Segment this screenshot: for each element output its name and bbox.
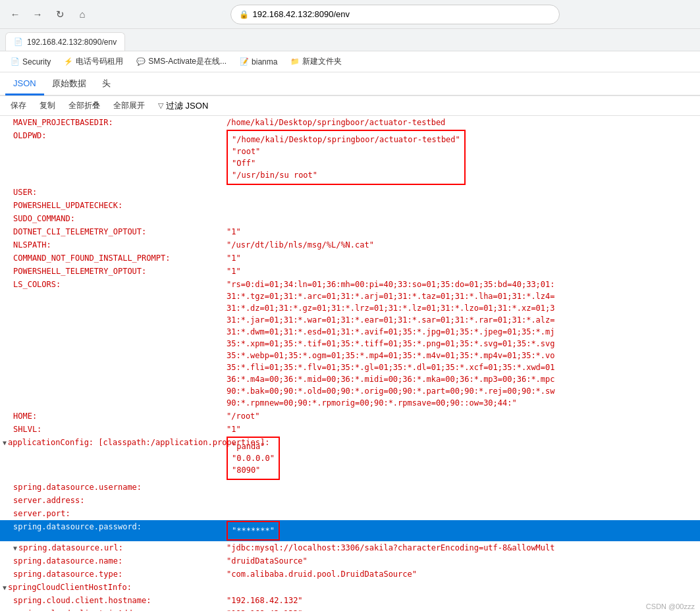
val-cell: "1" <box>224 252 700 265</box>
browser-toolbar: ← → ↻ ⌂ 🔒 192.168.42.132:8090/env <box>0 0 700 29</box>
key-cell: ▼springCloudClientHostInfo: <box>0 581 224 594</box>
filter-area: ▽ 过滤 JSON <box>158 100 208 112</box>
bookmarks-bar: 📄 Security ⚡ 电话号码租用 💬 SMS-Activate是在线...… <box>0 51 700 72</box>
val-cell <box>224 212 700 225</box>
highlighted-value-item: "/home/kali/Desktop/springboor/actuator-… <box>232 134 460 146</box>
collapse-triangle[interactable]: ▼ <box>3 584 7 591</box>
key-cell: NLSPATH: <box>0 238 224 252</box>
bookmark-icon: ⚡ <box>64 57 73 66</box>
val-cell: "/home/kali/Desktop/springboor/actuator-… <box>224 129 700 186</box>
val-cell: "druidDataSource" <box>224 554 700 568</box>
highlighted-value-block-2: "panda""0.0.0.0""8090" <box>227 437 280 480</box>
tab-favicon: 📄 <box>14 38 23 46</box>
folder-icon: 📁 <box>290 57 300 66</box>
home-button[interactable]: ⌂ <box>74 6 91 23</box>
highlighted-value-item: "panda" <box>232 440 275 452</box>
key-cell: spring.datasource.type: <box>0 568 224 581</box>
copy-button[interactable]: 复制 <box>34 99 61 113</box>
key-cell: spring.cloud.client.hostname: <box>0 594 224 607</box>
val-cell: "1" <box>224 423 700 436</box>
key-cell: HOME: <box>0 410 224 423</box>
expand-button[interactable]: 全部展开 <box>108 99 150 113</box>
key-cell: COMMAND_NOT_FOUND_INSTALL_PROMPT: <box>0 252 224 265</box>
val-cell: "jdbc:mysql://localhost:3306/sakila?char… <box>224 541 700 554</box>
val-cell: "rs=0:di=01;34:ln=01;36:mh=00:pi=40;33:s… <box>224 278 700 410</box>
key-cell: USER: <box>0 186 224 199</box>
key-cell: server.address: <box>0 494 224 507</box>
key-cell: SHLVL: <box>0 423 224 436</box>
tab-label: 192.168.42.132:8090/env <box>27 38 117 47</box>
bookmark-label: Security <box>22 57 51 67</box>
content-area: MAVEN_PROJECTBASEDIR:/home/kali/Desktop/… <box>0 116 700 611</box>
tab-head[interactable]: 头 <box>94 72 119 97</box>
password-value: "*******" <box>232 525 275 537</box>
val-cell: "192.168.42.132" <box>224 594 700 607</box>
collapse-triangle[interactable]: ▼ <box>3 439 7 446</box>
tab-json[interactable]: JSON <box>5 73 44 95</box>
tabs-bar: 📄 192.168.42.132:8090/env <box>0 29 700 51</box>
val-cell <box>224 507 700 520</box>
bookmark-label: bianma <box>252 57 277 67</box>
save-button[interactable]: 保存 <box>5 99 32 113</box>
val-cell: "*******" <box>224 520 700 541</box>
filter-label: 过滤 JSON <box>166 100 208 112</box>
key-cell: MAVEN_PROJECTBASEDIR: <box>0 116 224 129</box>
bookmark-security[interactable]: 📄 Security <box>5 55 56 68</box>
val-cell: "com.alibaba.druid.pool.DruidDataSource" <box>224 568 700 581</box>
val-cell: /home/kali/Desktop/springboor/actuator-t… <box>224 116 700 129</box>
key-cell: spring.datasource.password: <box>0 520 224 541</box>
bookmark-icon: 📄 <box>11 57 20 66</box>
key-cell: ▼applicationConfig: [classpath:/applicat… <box>0 436 224 481</box>
key-cell: DOTNET_CLI_TELEMETRY_OPTOUT: <box>0 225 224 238</box>
bookmark-label: 新建文件夹 <box>302 56 342 67</box>
bookmark-bianma[interactable]: 📝 bianma <box>234 55 283 68</box>
bookmark-icon: 💬 <box>136 57 146 66</box>
password-value-block: "*******" <box>227 521 280 541</box>
forward-button[interactable]: → <box>29 6 46 23</box>
val-cell <box>224 481 700 494</box>
json-toolbar: 保存 复制 全部折叠 全部展开 ▽ 过滤 JSON <box>0 96 700 116</box>
key-cell: ▼spring.datasource.url: <box>0 541 224 554</box>
val-cell: "panda""0.0.0.0""8090" <box>224 436 700 481</box>
bookmark-phone[interactable]: ⚡ 电话号码租用 <box>59 54 128 69</box>
val-cell: "1" <box>224 225 700 238</box>
key-cell: OLDPWD: <box>0 129 224 186</box>
key-cell: spring.datasource.username: <box>0 481 224 494</box>
reload-button[interactable]: ↻ <box>51 6 68 23</box>
key-cell: POWERSHELL_TELEMETRY_OPTOUT: <box>0 265 224 278</box>
val-cell: "1" <box>224 265 700 278</box>
key-cell: SUDO_COMMAND: <box>0 212 224 225</box>
highlighted-value-item: "8090" <box>232 464 275 476</box>
highlighted-value-item: "root" <box>232 146 460 157</box>
highlighted-value-item: "Off" <box>232 157 460 169</box>
back-button[interactable]: ← <box>7 6 24 23</box>
tab-raw[interactable]: 原始数据 <box>44 72 94 97</box>
val-cell <box>224 186 700 199</box>
bookmark-folder[interactable]: 📁 新建文件夹 <box>285 54 347 69</box>
key-cell: POWERSHELL_UPDATECHECK: <box>0 199 224 212</box>
filter-icon: ▽ <box>158 101 163 110</box>
json-viewer[interactable]: MAVEN_PROJECTBASEDIR:/home/kali/Desktop/… <box>0 116 700 611</box>
val-cell <box>224 494 700 507</box>
collapse-button[interactable]: 全部折叠 <box>63 99 105 113</box>
collapse-triangle[interactable]: ▼ <box>13 545 17 552</box>
val-cell <box>224 581 700 594</box>
bookmark-label: 电话号码租用 <box>76 56 123 67</box>
bookmark-sms[interactable]: 💬 SMS-Activate是在线... <box>131 54 232 69</box>
highlighted-value-item: "0.0.0.0" <box>232 452 275 464</box>
address-bar[interactable]: 🔒 192.168.42.132:8090/env <box>230 5 560 24</box>
key-cell: LS_COLORS: <box>0 278 224 410</box>
page-tabs: JSON 原始数据 头 <box>0 72 700 96</box>
key-cell: spring.datasource.name: <box>0 554 224 568</box>
url-text: 192.168.42.132:8090/env <box>253 9 350 19</box>
val-cell <box>224 199 700 212</box>
highlighted-value-block: "/home/kali/Desktop/springboor/actuator-… <box>227 130 466 185</box>
bookmark-icon: 📝 <box>240 57 249 66</box>
browser-tab[interactable]: 📄 192.168.42.132:8090/env <box>5 32 125 51</box>
val-cell: "/root" <box>224 410 700 423</box>
bookmark-label: SMS-Activate是在线... <box>148 56 227 67</box>
lock-icon: 🔒 <box>239 10 249 19</box>
highlighted-value-item: "/usr/bin/su root" <box>232 169 460 181</box>
val-cell: "192.168.42.132" <box>224 607 700 611</box>
val-cell: "/usr/dt/lib/nls/msg/%L/%N.cat" <box>224 238 700 252</box>
